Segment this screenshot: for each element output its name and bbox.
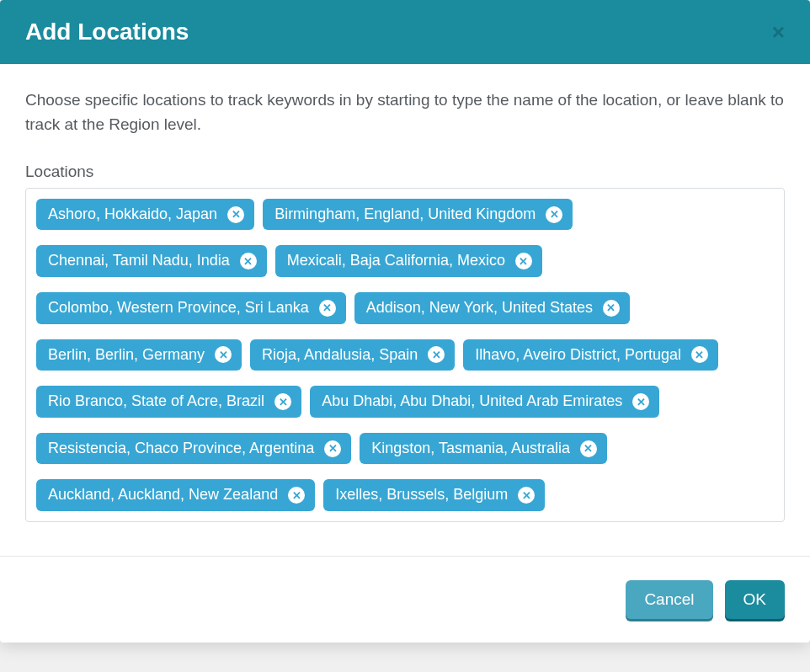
location-chip: Resistencia, Chaco Province, Argentina✕: [36, 433, 351, 465]
location-chip-label: Ixelles, Brussels, Belgium: [335, 486, 508, 504]
location-chip: Colombo, Western Province, Sri Lanka✕: [36, 292, 346, 324]
remove-chip-icon[interactable]: ✕: [274, 393, 291, 410]
remove-chip-icon[interactable]: ✕: [518, 487, 535, 504]
location-chip-label: Rio Branco, State of Acre, Brazil: [48, 392, 264, 411]
location-chip-label: Berlin, Berlin, Germany: [48, 346, 205, 365]
location-chip: Rioja, Andalusia, Spain✕: [250, 339, 455, 371]
location-chip-label: Auckland, Auckland, New Zealand: [48, 486, 278, 504]
cancel-button[interactable]: Cancel: [626, 580, 712, 619]
location-chip: Ixelles, Brussels, Belgium✕: [323, 479, 545, 511]
location-chip-label: Resistencia, Chaco Province, Argentina: [48, 440, 314, 458]
location-chip-label: Abu Dhabi, Abu Dhabi, United Arab Emirat…: [322, 392, 622, 411]
location-chip: Birmingham, England, United Kingdom✕: [263, 199, 573, 231]
remove-chip-icon[interactable]: ✕: [240, 253, 257, 269]
location-chip-label: Rioja, Andalusia, Spain: [262, 346, 418, 365]
remove-chip-icon[interactable]: ✕: [603, 300, 620, 317]
location-chip: Auckland, Auckland, New Zealand✕: [36, 479, 315, 511]
ok-button[interactable]: OK: [725, 580, 785, 619]
location-chip: Ashoro, Hokkaido, Japan✕: [36, 199, 254, 231]
add-locations-modal: Add Locations × Choose specific location…: [0, 0, 810, 643]
location-chip-label: Birmingham, England, United Kingdom: [274, 205, 536, 224]
remove-chip-icon[interactable]: ✕: [215, 346, 232, 363]
modal-title: Add Locations: [25, 19, 189, 45]
location-chip-label: Mexicali, Baja California, Mexico: [287, 252, 505, 270]
modal-body: Choose specific locations to track keywo…: [0, 64, 810, 556]
remove-chip-icon[interactable]: ✕: [580, 440, 597, 457]
location-chip: Addison, New York, United States✕: [354, 292, 630, 324]
location-chip: Mexicali, Baja California, Mexico✕: [275, 245, 542, 277]
modal-description: Choose specific locations to track keywo…: [25, 88, 785, 137]
location-chip-label: Colombo, Western Province, Sri Lanka: [48, 299, 309, 317]
remove-chip-icon[interactable]: ✕: [632, 393, 649, 410]
location-chip-label: Chennai, Tamil Nadu, India: [48, 252, 230, 270]
modal-footer: Cancel OK: [0, 556, 810, 643]
remove-chip-icon[interactable]: ✕: [546, 206, 562, 223]
remove-chip-icon[interactable]: ✕: [428, 346, 445, 363]
locations-label: Locations: [25, 163, 785, 181]
location-chip-label: Ashoro, Hokkaido, Japan: [48, 205, 217, 224]
location-chip: Ilhavo, Aveiro District, Portugal✕: [463, 339, 718, 371]
locations-input[interactable]: Ashoro, Hokkaido, Japan✕Birmingham, Engl…: [25, 188, 785, 522]
location-chip: Chennai, Tamil Nadu, India✕: [36, 245, 267, 277]
location-chip-label: Kingston, Tasmania, Australia: [371, 440, 570, 458]
location-chip: Abu Dhabi, Abu Dhabi, United Arab Emirat…: [310, 386, 659, 418]
remove-chip-icon[interactable]: ✕: [319, 300, 336, 317]
location-chip: Kingston, Tasmania, Australia✕: [360, 433, 607, 465]
location-chip: Rio Branco, State of Acre, Brazil✕: [36, 386, 301, 418]
remove-chip-icon[interactable]: ✕: [288, 487, 305, 504]
remove-chip-icon[interactable]: ✕: [227, 206, 244, 223]
location-chip-label: Addison, New York, United States: [366, 299, 593, 317]
modal-header: Add Locations ×: [0, 0, 810, 64]
location-chip-label: Ilhavo, Aveiro District, Portugal: [475, 346, 681, 365]
remove-chip-icon[interactable]: ✕: [691, 346, 708, 363]
remove-chip-icon[interactable]: ✕: [324, 440, 341, 457]
remove-chip-icon[interactable]: ✕: [515, 253, 532, 269]
location-chip: Berlin, Berlin, Germany✕: [36, 339, 242, 371]
close-icon[interactable]: ×: [772, 21, 785, 43]
